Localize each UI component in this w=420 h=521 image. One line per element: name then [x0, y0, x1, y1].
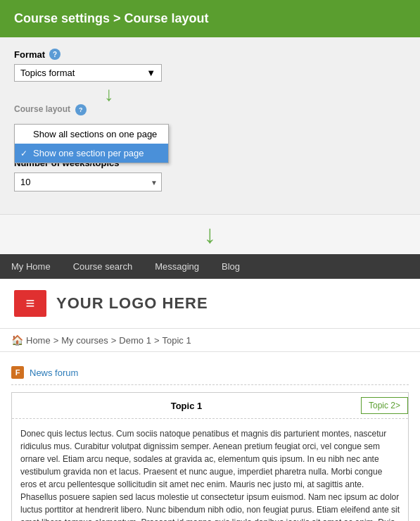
logo-text: YOUR LOGO HERE: [56, 294, 208, 313]
home-icon: 🏠: [11, 334, 23, 346]
breadcrumb: 🏠 Home > My courses > Demo 1 > Topic 1: [0, 329, 420, 352]
format-dropdown-container: Topics format ▼ ↓ Course layout ? Show a…: [14, 64, 162, 115]
nav-item-my-home[interactable]: My Home: [0, 254, 62, 279]
breadcrumb-topic[interactable]: Topic 1: [162, 335, 191, 346]
breadcrumb-home[interactable]: Home: [26, 335, 51, 346]
header-banner: Course settings > Course layout: [0, 0, 420, 37]
nav-bar: My Home Course search Messaging Blog: [0, 254, 420, 279]
section-arrow-divider: ↓: [0, 215, 420, 254]
topic-next-button[interactable]: Topic 2>: [361, 397, 408, 414]
weeks-select-wrapper: 10 ▼: [14, 172, 162, 192]
topic-title: Topic 1: [12, 401, 361, 411]
no-check-icon: [20, 130, 30, 139]
format-field-row: Format ? Topics format ▼ ↓ Course layout…: [14, 49, 406, 115]
nav-item-blog[interactable]: Blog: [210, 254, 251, 279]
topic-section: Topic 1 Topic 2> Donec quis lectus lectu…: [11, 392, 409, 521]
news-forum-row: F News forum: [11, 360, 409, 385]
news-forum-link[interactable]: News forum: [30, 368, 78, 378]
topic-body: Donec quis lectus lectus. Cum sociis nat…: [12, 419, 408, 521]
settings-panel: Format ? Topics format ▼ ↓ Course layout…: [0, 37, 420, 215]
nav-item-messaging[interactable]: Messaging: [144, 254, 210, 279]
layout-option-one[interactable]: ✓ Show one section per page: [15, 144, 168, 163]
course-layout-label: Course layout ?: [14, 104, 162, 115]
check-icon: ✓: [20, 149, 30, 158]
down-arrow-icon: ↓: [104, 84, 114, 104]
layout-dropdown: Course layout ? Show all sections on one…: [14, 104, 162, 115]
format-label: Format ?: [14, 49, 406, 60]
layout-dropdown-menu: Show all sections on one page ✓ Show one…: [14, 124, 169, 163]
breadcrumb-my-courses[interactable]: My courses: [61, 335, 108, 346]
content-area: F News forum Topic 1 Topic 2> Donec quis…: [0, 352, 420, 521]
format-chevron-icon: ▼: [146, 68, 155, 78]
logo-area: ≡ YOUR LOGO HERE: [0, 279, 420, 329]
topic-header: Topic 1 Topic 2>: [12, 393, 408, 419]
arrow-indicator: ↓: [56, 84, 162, 104]
layout-help-icon[interactable]: ?: [75, 104, 87, 115]
section-down-arrow-icon: ↓: [204, 222, 217, 247]
weeks-select[interactable]: 10: [14, 172, 162, 192]
header-title: Course settings > Course layout: [14, 11, 209, 25]
format-select[interactable]: Topics format ▼: [14, 64, 162, 82]
format-help-icon[interactable]: ?: [49, 49, 61, 60]
breadcrumb-demo[interactable]: Demo 1: [119, 335, 151, 346]
layout-option-all[interactable]: Show all sections on one page: [15, 125, 168, 144]
forum-icon: F: [11, 366, 24, 379]
logo-icon: ≡: [14, 290, 46, 317]
nav-item-course-search[interactable]: Course search: [62, 254, 144, 279]
